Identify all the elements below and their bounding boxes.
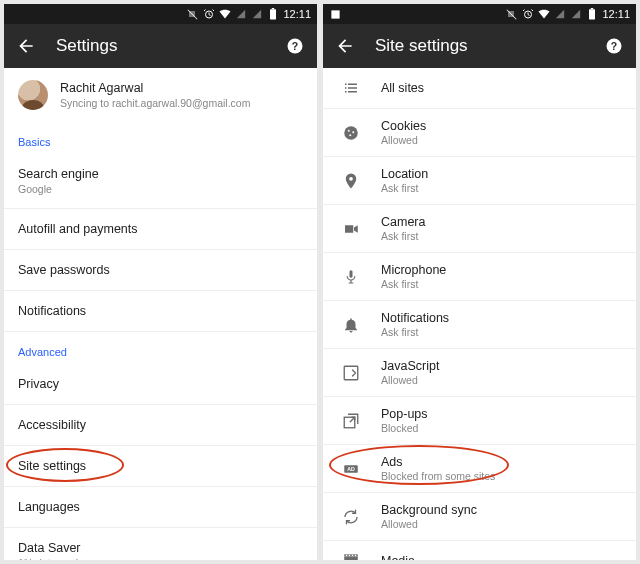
label: Languages bbox=[18, 500, 80, 514]
row-privacy[interactable]: Privacy bbox=[4, 364, 317, 405]
label: Cookies bbox=[381, 119, 426, 133]
help-icon[interactable]: ? bbox=[285, 36, 305, 56]
svg-rect-1 bbox=[270, 9, 276, 19]
svg-text:?: ? bbox=[611, 40, 617, 52]
status-time: 12:11 bbox=[602, 8, 630, 20]
media-icon bbox=[341, 551, 361, 560]
svg-rect-23 bbox=[349, 555, 351, 557]
label: Notifications bbox=[18, 304, 86, 318]
svg-rect-24 bbox=[352, 555, 354, 557]
microphone-icon bbox=[341, 267, 361, 287]
bell-icon bbox=[341, 315, 361, 335]
page-title: Site settings bbox=[375, 36, 604, 56]
app-bar: Settings ? bbox=[4, 24, 317, 68]
row-media[interactable]: Media bbox=[323, 541, 636, 560]
sub: Blocked bbox=[381, 422, 428, 434]
status-bar: 12:11 bbox=[323, 4, 636, 24]
sub: Ask first bbox=[381, 182, 428, 194]
label: Media bbox=[381, 554, 415, 560]
camera-icon bbox=[341, 219, 361, 239]
row-data-saver[interactable]: Data Saver 1% data savings bbox=[4, 528, 317, 560]
row-javascript[interactable]: JavaScriptAllowed bbox=[323, 349, 636, 397]
row-microphone[interactable]: MicrophoneAsk first bbox=[323, 253, 636, 301]
row-ads[interactable]: AD AdsBlocked from some sites bbox=[323, 445, 636, 493]
popup-icon bbox=[341, 411, 361, 431]
javascript-icon bbox=[341, 363, 361, 383]
sub: Google bbox=[18, 183, 303, 195]
app-bar: Site settings ? bbox=[323, 24, 636, 68]
sub: Ask first bbox=[381, 326, 449, 338]
no-sim-icon bbox=[506, 8, 518, 20]
svg-text:?: ? bbox=[292, 40, 298, 52]
row-accessibility[interactable]: Accessibility bbox=[4, 405, 317, 446]
signal-icon-2 bbox=[570, 8, 582, 20]
row-site-settings[interactable]: Site settings bbox=[4, 446, 317, 487]
signal-icon-2 bbox=[251, 8, 263, 20]
label: Ads bbox=[381, 455, 495, 469]
svg-point-14 bbox=[349, 134, 351, 136]
status-time: 12:11 bbox=[283, 8, 311, 20]
label: Search engine bbox=[18, 167, 99, 181]
row-popups[interactable]: Pop-upsBlocked bbox=[323, 397, 636, 445]
label: Save passwords bbox=[18, 263, 110, 277]
screenshot-icon bbox=[329, 8, 341, 20]
alarm-icon bbox=[522, 8, 534, 20]
label: Notifications bbox=[381, 311, 449, 325]
help-icon[interactable]: ? bbox=[604, 36, 624, 56]
avatar bbox=[18, 80, 48, 110]
svg-text:AD: AD bbox=[347, 466, 355, 472]
row-autofill[interactable]: Autofill and payments bbox=[4, 209, 317, 250]
battery-icon bbox=[586, 8, 598, 20]
svg-rect-2 bbox=[272, 8, 274, 9]
label: Data Saver bbox=[18, 541, 81, 555]
label: Accessibility bbox=[18, 418, 86, 432]
site-settings-screen: 12:11 Site settings ? All sites CookiesA… bbox=[323, 4, 636, 560]
page-title: Settings bbox=[56, 36, 285, 56]
sync-icon bbox=[341, 507, 361, 527]
row-notifications[interactable]: NotificationsAsk first bbox=[323, 301, 636, 349]
label: Microphone bbox=[381, 263, 446, 277]
section-basics: Basics bbox=[4, 122, 317, 154]
label: Autofill and payments bbox=[18, 222, 138, 236]
back-icon[interactable] bbox=[16, 36, 36, 56]
label: Background sync bbox=[381, 503, 477, 517]
wifi-icon bbox=[219, 8, 231, 20]
label: Pop-ups bbox=[381, 407, 428, 421]
row-notifications[interactable]: Notifications bbox=[4, 291, 317, 332]
svg-point-13 bbox=[352, 131, 354, 133]
svg-rect-22 bbox=[346, 555, 348, 557]
row-location[interactable]: LocationAsk first bbox=[323, 157, 636, 205]
label: Privacy bbox=[18, 377, 59, 391]
svg-point-11 bbox=[344, 126, 358, 140]
label: Location bbox=[381, 167, 428, 181]
settings-screen: 12:11 Settings ? Rachit Agarwal Syncing … bbox=[4, 4, 317, 560]
signal-icon bbox=[235, 8, 247, 20]
account-row[interactable]: Rachit Agarwal Syncing to rachit.agarwal… bbox=[4, 68, 317, 122]
section-advanced: Advanced bbox=[4, 332, 317, 364]
back-icon[interactable] bbox=[335, 36, 355, 56]
row-save-passwords[interactable]: Save passwords bbox=[4, 250, 317, 291]
row-languages[interactable]: Languages bbox=[4, 487, 317, 528]
location-icon bbox=[341, 171, 361, 191]
row-all-sites[interactable]: All sites bbox=[323, 68, 636, 109]
label: Site settings bbox=[18, 459, 86, 473]
list-icon bbox=[341, 78, 361, 98]
account-name: Rachit Agarwal bbox=[60, 81, 250, 95]
svg-rect-5 bbox=[331, 10, 339, 18]
row-search-engine[interactable]: Search engine Google bbox=[4, 154, 317, 209]
sub: Ask first bbox=[381, 230, 425, 242]
sub: Allowed bbox=[381, 518, 477, 530]
ads-icon: AD bbox=[341, 459, 361, 479]
row-cookies[interactable]: CookiesAllowed bbox=[323, 109, 636, 157]
alarm-icon bbox=[203, 8, 215, 20]
battery-icon bbox=[267, 8, 279, 20]
label: JavaScript bbox=[381, 359, 439, 373]
label: Camera bbox=[381, 215, 425, 229]
wifi-icon bbox=[538, 8, 550, 20]
row-camera[interactable]: CameraAsk first bbox=[323, 205, 636, 253]
svg-rect-8 bbox=[591, 8, 593, 9]
svg-rect-7 bbox=[589, 9, 595, 19]
status-bar: 12:11 bbox=[4, 4, 317, 24]
row-background-sync[interactable]: Background syncAllowed bbox=[323, 493, 636, 541]
svg-rect-25 bbox=[355, 555, 357, 557]
